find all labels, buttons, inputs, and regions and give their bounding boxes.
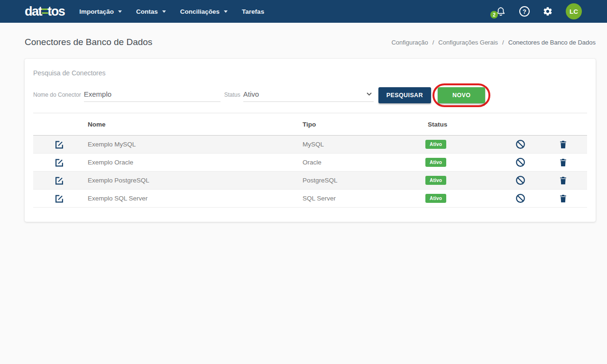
- breadcrumb-separator: /: [432, 39, 434, 46]
- nav-item-contas[interactable]: Contas: [129, 0, 173, 23]
- column-header-tipo: Tipo: [300, 121, 425, 128]
- connector-type: Oracle: [300, 159, 425, 166]
- notifications-button[interactable]: 2: [495, 6, 506, 17]
- page-title: Conectores de Banco de Dados: [25, 37, 152, 47]
- trash-icon: [559, 194, 568, 203]
- block-icon: [515, 157, 526, 168]
- delete-button[interactable]: [558, 157, 569, 168]
- status-badge: Ativo: [425, 140, 446, 149]
- notification-count-badge: 2: [490, 11, 498, 18]
- nav-item-importacao[interactable]: Importação: [72, 0, 129, 23]
- edit-icon: [55, 176, 64, 185]
- status-badge: Ativo: [425, 176, 446, 185]
- table-header-row: Nome Tipo Status: [33, 113, 587, 136]
- user-avatar[interactable]: LC: [566, 3, 582, 19]
- delete-button[interactable]: [558, 175, 569, 186]
- block-icon: [515, 193, 526, 204]
- status-label: Status: [224, 91, 240, 98]
- edit-icon: [55, 158, 64, 167]
- table-body: Exemplo MySQL MySQL Ativo Exemplo Oracle…: [33, 136, 587, 208]
- delete-button[interactable]: [558, 193, 569, 204]
- appbar-right-icons: 2 ? LC: [495, 3, 582, 19]
- connectors-card: Pesquisa de Conectores Nome do Conector …: [25, 59, 596, 222]
- help-button[interactable]: ?: [519, 6, 530, 17]
- table-row: Exemplo PostgreSQL PostgreSQL Ativo: [33, 172, 587, 190]
- trash-icon: [559, 176, 568, 185]
- nav-item-conciliacoes[interactable]: Conciliações: [173, 0, 235, 23]
- search-section-title: Pesquisa de Conectores: [33, 69, 587, 77]
- breadcrumb-separator: /: [502, 39, 504, 46]
- nav-label: Conciliações: [180, 8, 220, 15]
- edit-button[interactable]: [54, 175, 65, 186]
- trash-icon: [559, 158, 568, 167]
- edit-icon: [55, 194, 64, 203]
- edit-button[interactable]: [54, 193, 65, 204]
- breadcrumb: Configuração / Configurações Gerais / Co…: [391, 39, 596, 46]
- status-badge: Ativo: [425, 158, 446, 167]
- breadcrumb-configuracoes-gerais[interactable]: Configurações Gerais: [438, 39, 498, 46]
- edit-button[interactable]: [54, 139, 65, 150]
- connector-name-field: Nome do Conector: [33, 89, 221, 102]
- deactivate-button[interactable]: [514, 156, 527, 169]
- status-selected-value: Ativo: [243, 90, 259, 98]
- nav-item-tarefas[interactable]: Tarefas: [235, 0, 271, 23]
- status-select[interactable]: Ativo: [243, 89, 374, 102]
- table-row: Exemplo SQL Server SQL Server Ativo: [33, 190, 587, 208]
- new-connector-button[interactable]: NOVO: [438, 87, 485, 103]
- search-form: Nome do Conector Status Ativo PESQUISAR …: [33, 83, 587, 107]
- chevron-down-icon: [224, 10, 228, 13]
- deactivate-button[interactable]: [514, 192, 527, 205]
- dattos-logo[interactable]: dat=tos: [25, 5, 64, 18]
- table-row: Exemplo MySQL MySQL Ativo: [33, 136, 587, 154]
- logo-text: tos: [47, 4, 64, 18]
- delete-button[interactable]: [558, 139, 569, 150]
- question-mark-icon: ?: [523, 8, 526, 15]
- page-header: Conectores de Banco de Dados Configuraçã…: [0, 23, 607, 59]
- connector-name: Exemplo PostgreSQL: [85, 177, 300, 184]
- block-icon: [515, 139, 526, 150]
- connector-type: SQL Server: [300, 195, 425, 202]
- nav-label: Contas: [136, 8, 158, 15]
- edit-button[interactable]: [54, 157, 65, 168]
- search-button[interactable]: PESQUISAR: [378, 87, 431, 103]
- connector-type: PostgreSQL: [300, 177, 425, 184]
- connectors-table: Nome Tipo Status Exemplo MySQL MySQL Ati…: [33, 113, 587, 208]
- status-field: Status Ativo: [224, 89, 374, 102]
- main-nav: Importação Contas Conciliações Tarefas: [72, 0, 271, 23]
- red-highlight-annotation: NOVO: [432, 83, 490, 107]
- connector-type: MySQL: [300, 141, 425, 148]
- chevron-down-icon: [367, 92, 372, 96]
- edit-icon: [55, 140, 64, 149]
- chevron-down-icon: [118, 10, 122, 13]
- app-bar: dat=tos Importação Contas Conciliações T…: [0, 0, 607, 23]
- block-icon: [515, 175, 526, 186]
- logo-text: dat: [25, 4, 42, 18]
- connector-name-label: Nome do Conector: [33, 91, 81, 98]
- column-header-status: Status: [425, 121, 501, 128]
- chevron-down-icon: [162, 10, 166, 13]
- nav-label: Importação: [79, 8, 114, 15]
- connector-name: Exemplo MySQL: [85, 141, 300, 148]
- nav-label: Tarefas: [242, 8, 264, 15]
- status-badge: Ativo: [425, 194, 446, 203]
- table-row: Exemplo Oracle Oracle Ativo: [33, 154, 587, 172]
- column-header-nome: Nome: [85, 121, 300, 128]
- deactivate-button[interactable]: [514, 138, 527, 151]
- settings-gear-button[interactable]: [543, 6, 553, 17]
- deactivate-button[interactable]: [514, 174, 527, 187]
- trash-icon: [559, 140, 568, 149]
- connector-name: Exemplo Oracle: [85, 159, 300, 166]
- breadcrumb-configuracao[interactable]: Configuração: [391, 39, 428, 46]
- breadcrumb-current-page: Conectores de Banco de Dados: [508, 39, 596, 46]
- connector-name: Exemplo SQL Server: [85, 195, 300, 202]
- connector-name-input[interactable]: [84, 89, 221, 102]
